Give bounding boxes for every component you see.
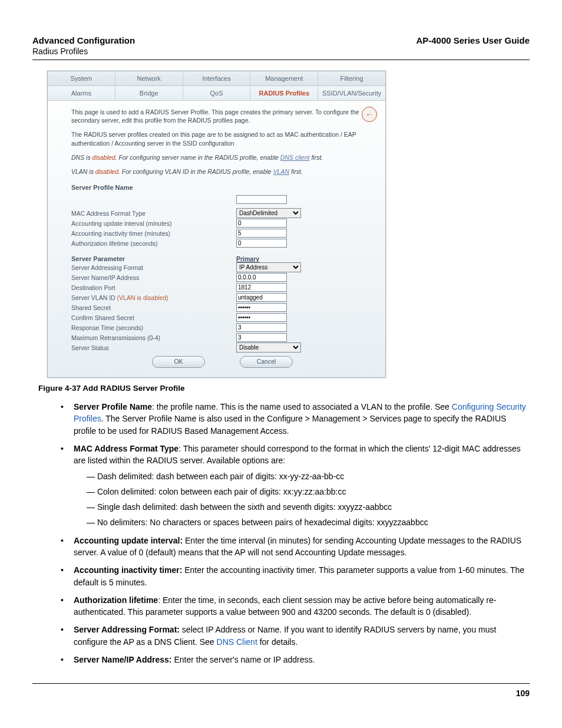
header-guide: AP-4000 Series User Guide [416, 35, 530, 45]
bullet-server-profile-name: Server Profile Name: the profile name. T… [61, 401, 530, 437]
max-retrans-input[interactable] [236, 333, 287, 342]
sub-single-dash: Single dash delimited: dash between the … [87, 501, 530, 513]
lbl-server-vlan-id: Server VLAN ID (VLAN is disabled) [71, 294, 236, 301]
lbl-server-status: Server Status [71, 344, 236, 351]
tab-qos[interactable]: QoS [183, 86, 251, 100]
bullet-server-name-ip: Server Name/IP Address: Enter the server… [61, 654, 530, 666]
server-name-ip-input[interactable] [236, 273, 287, 282]
lbl-mac-format: MAC Address Format Type [71, 210, 236, 217]
tab-network[interactable]: Network [115, 71, 183, 85]
tab-alarms[interactable]: Alarms [48, 86, 115, 100]
acct-update-input[interactable] [236, 219, 287, 228]
bullet-accounting-update: Accounting update interval: Enter the ti… [61, 535, 530, 559]
back-icon[interactable]: ← [362, 107, 377, 122]
vlan-link[interactable]: VLAN [273, 168, 289, 175]
lbl-shared-secret: Shared Secret [71, 304, 236, 311]
response-time-input[interactable] [236, 323, 287, 332]
tab-filtering[interactable]: Filtering [318, 71, 385, 85]
lbl-confirm-secret: Confirm Shared Secret [71, 314, 236, 321]
page-number: 109 [32, 683, 530, 698]
tab-interfaces[interactable]: Interfaces [183, 71, 251, 85]
acct-inactivity-input[interactable] [236, 229, 287, 238]
sub-colon-delimited: Colon delimited: colon between each pair… [87, 486, 530, 498]
server-vlan-id-input[interactable] [236, 293, 287, 302]
bullet-authorization-lifetime: Authorization lifetime: Enter the time, … [61, 594, 530, 618]
intro-p1: This page is used to add a RADIUS Server… [71, 108, 373, 124]
bullet-mac-address-format: MAC Address Format Type: This parameter … [61, 443, 530, 529]
page-header: Advanced Configuration Radius Profiles A… [32, 35, 530, 60]
column-header-primary: Primary [236, 255, 259, 262]
lbl-max-retrans: Maximum Retransmissions (0-4) [71, 334, 236, 341]
section-server-parameter: Server Parameter [71, 255, 236, 262]
figure-caption: Figure 4-37 Add RADIUS Server Profile [38, 384, 530, 393]
mac-format-select[interactable]: DashDelimited [236, 208, 301, 218]
config-screenshot: System Network Interfaces Management Fil… [47, 71, 386, 378]
bullet-accounting-inactivity: Accounting inactivity timer: Enter the a… [61, 564, 530, 588]
tab-ssid-vlan-security[interactable]: SSID/VLAN/Security [318, 86, 385, 100]
lbl-response-time: Response Time (seconds) [71, 324, 236, 331]
confirm-secret-input[interactable] [236, 313, 287, 322]
intro-p2: The RADIUS server profiles created on th… [71, 130, 373, 147]
header-title: Advanced Configuration [32, 35, 135, 45]
ok-button[interactable]: OK [152, 356, 205, 368]
dest-port-input[interactable] [236, 283, 287, 292]
lbl-dest-port: Destination Port [71, 284, 236, 291]
sub-no-delimiters: No delimiters: No characters or spaces b… [87, 516, 530, 528]
tab-row-1: System Network Interfaces Management Fil… [48, 71, 385, 86]
tab-system[interactable]: System [48, 71, 115, 85]
tab-management[interactable]: Management [250, 71, 318, 85]
tab-row-2: Alarms Bridge QoS RADIUS Profiles SSID/V… [48, 86, 385, 101]
doc-bullet-list: Server Profile Name: the profile name. T… [61, 401, 530, 666]
lbl-acct-update: Accounting update interval (minutes) [71, 220, 236, 227]
bullet-server-addressing-format: Server Addressing Format: select IP Addr… [61, 624, 530, 648]
server-status-select[interactable]: Disable [236, 342, 301, 353]
lbl-auth-lifetime: Authorization lifetime (seconds) [71, 240, 236, 247]
sub-dash-delimited: Dash delimited: dash between each pair o… [87, 470, 530, 482]
lbl-addr-format: Server Addressing Format [71, 264, 236, 271]
cancel-button[interactable]: Cancel [240, 356, 293, 368]
tab-radius-profiles[interactable]: RADIUS Profiles [250, 86, 318, 100]
intro-p4: VLAN is disabled. For configuring VLAN I… [71, 167, 373, 176]
intro-p3: DNS is disabled. For configuring server … [71, 153, 373, 162]
lbl-server-name-ip: Server Name/IP Address [71, 274, 236, 281]
header-subtitle: Radius Profiles [32, 47, 135, 56]
lbl-acct-inactivity: Accounting inactivity timer (minutes) [71, 230, 236, 237]
addr-format-select[interactable]: IP Address [236, 262, 301, 272]
content-pane: ← This page is used to add a RADIUS Serv… [48, 101, 385, 377]
dns-client-link[interactable]: DNS client [280, 154, 310, 161]
tab-bridge[interactable]: Bridge [115, 86, 183, 100]
server-profile-name-input[interactable] [236, 195, 287, 204]
shared-secret-input[interactable] [236, 303, 287, 312]
link-dns-client[interactable]: DNS Client [217, 637, 257, 647]
section-server-profile-name: Server Profile Name [71, 184, 373, 191]
auth-lifetime-input[interactable] [236, 239, 287, 248]
